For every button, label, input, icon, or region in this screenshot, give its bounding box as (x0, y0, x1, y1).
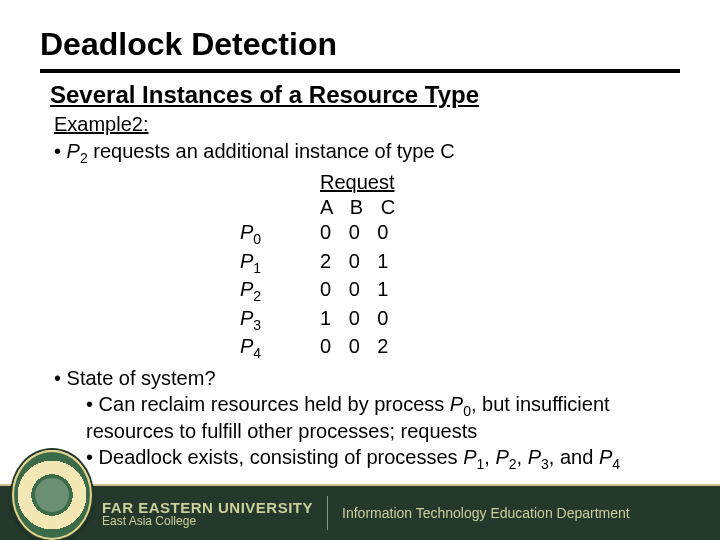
reclaim-prefix: • Can reclaim resources held by process (86, 393, 450, 415)
list-separator: , and (549, 446, 599, 468)
deadlock-prefix: • Deadlock exists, consisting of process… (86, 446, 463, 468)
process-ref: P2 (495, 446, 516, 468)
footer: FAR EASTERN UNIVERSITY East Asia College… (0, 486, 720, 540)
request-table: Request A B C P00 0 0P12 0 1P20 0 1P31 0… (240, 170, 680, 363)
row-process: P0 (240, 220, 320, 249)
slide: Deadlock Detection Several Instances of … (0, 0, 720, 540)
process-ref: P3 (528, 446, 549, 468)
state-question: • State of system? (54, 367, 680, 390)
row-process: P1 (240, 249, 320, 278)
row-values: 2 0 1 (320, 249, 400, 278)
table-row: P00 0 0 (240, 220, 680, 249)
table-row: P40 0 2 (240, 334, 680, 363)
table-row: P31 0 0 (240, 306, 680, 335)
request-header: Request (320, 170, 680, 195)
deadlock-bullet: • Deadlock exists, consisting of process… (86, 445, 680, 473)
row-values: 0 0 2 (320, 334, 400, 363)
example-label: Example2: (54, 113, 680, 136)
university-seal-icon (12, 450, 92, 540)
table-row: P20 0 1 (240, 277, 680, 306)
reclaim-bullet: • Can reclaim resources held by process … (86, 392, 680, 444)
request-rows: P00 0 0P12 0 1P20 0 1P31 0 0P40 0 2 (240, 220, 680, 363)
process-symbol: P (67, 140, 80, 162)
row-values: 1 0 0 (320, 306, 400, 335)
row-values: 0 0 1 (320, 277, 400, 306)
list-separator: , (484, 446, 495, 468)
process-subscript: 2 (80, 150, 88, 166)
process-ref: P2 (67, 140, 88, 162)
footer-separator (327, 496, 328, 530)
university-name: FAR EASTERN UNIVERSITY (102, 499, 313, 516)
row-values: 0 0 0 (320, 220, 400, 249)
bullet-text: requests an additional instance of type … (93, 140, 454, 162)
process-ref: P1 (463, 446, 484, 468)
department-name: Information Technology Education Departm… (342, 505, 630, 521)
title-rule (40, 69, 680, 73)
list-separator: , (517, 446, 528, 468)
row-process: P4 (240, 334, 320, 363)
row-process: P2 (240, 277, 320, 306)
row-process: P3 (240, 306, 320, 335)
subtitle: Several Instances of a Resource Type (50, 81, 680, 109)
process-ref: P0 (450, 393, 471, 415)
process-symbol: P (450, 393, 463, 415)
table-row: P12 0 1 (240, 249, 680, 278)
page-title: Deadlock Detection (40, 26, 680, 63)
bullet-dot: • (54, 140, 61, 162)
university-block: FAR EASTERN UNIVERSITY East Asia College (102, 499, 313, 528)
request-cols: A B C (320, 195, 680, 220)
bullet-intro: • P2 requests an additional instance of … (54, 140, 680, 166)
process-subscript: 0 (463, 403, 471, 419)
process-ref: P4 (599, 446, 620, 468)
university-campus: East Asia College (102, 514, 313, 528)
content-area: Deadlock Detection Several Instances of … (0, 0, 720, 473)
